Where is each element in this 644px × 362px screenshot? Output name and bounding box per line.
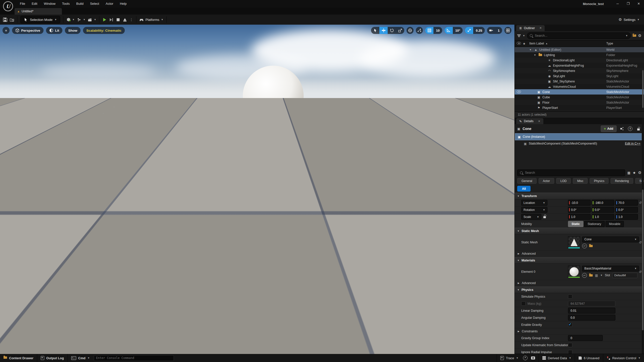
menu-window[interactable]: Window (41, 0, 59, 8)
play-button[interactable] (102, 18, 107, 22)
select-tool[interactable] (371, 27, 379, 34)
filter-chip-general[interactable]: General (517, 178, 537, 184)
mobility-stationary[interactable]: Stationary (584, 221, 605, 227)
materials-advanced-expander[interactable]: ▶Advanced (515, 280, 644, 286)
constraints-expander[interactable]: ▶Constraints (515, 328, 644, 335)
viewport-layout-button[interactable] (504, 27, 511, 34)
unsaved-button[interactable]: 6 Unsaved (575, 354, 603, 362)
rotation-dropdown[interactable]: Rotation▼ (521, 207, 547, 213)
scale-dropdown[interactable]: Scale▼ (521, 214, 541, 220)
reset-static-mesh-icon[interactable]: ↺ (639, 241, 642, 244)
menu-edit[interactable]: Edit (28, 0, 41, 8)
section-physics[interactable]: ▼Physics (515, 286, 644, 293)
blueprints-dropdown[interactable]: ▼ (77, 18, 85, 22)
menu-actor[interactable]: Actor (102, 0, 116, 8)
console-command-input[interactable] (94, 355, 174, 361)
filter-chip-actor[interactable]: Actor (539, 178, 554, 184)
cmd-dropdown[interactable]: >_ Cmd ▼ (68, 354, 93, 362)
cinematics-dropdown[interactable]: ▼ (88, 18, 96, 22)
rotation-z-field[interactable]: 0.0° (615, 207, 638, 213)
close-icon[interactable]: ✕ (538, 120, 540, 123)
platforms-dropdown[interactable]: Platforms ▼ (139, 18, 163, 22)
component-row-staticmesh[interactable]: ▣ StaticMeshComponent (StaticMeshCompone… (515, 140, 644, 147)
location-y-field[interactable]: -160.0 (592, 200, 614, 206)
details-scrollbar[interactable] (642, 190, 643, 330)
texture-streaming-icon[interactable]: ▦ (595, 274, 598, 277)
viewport-options-menu[interactable]: ≡ (3, 27, 10, 34)
scale-z-field[interactable]: 1.0 (615, 214, 638, 220)
details-tab[interactable]: ✎ Details ✕ (516, 118, 543, 124)
outliner-tab[interactable]: ≣ Outliner ✕ (516, 25, 545, 31)
component-row-instance-selected[interactable]: ▣ Cone (Instance) (515, 133, 644, 140)
outliner-row-folder[interactable]: ▼ LightingFolder (515, 52, 644, 58)
play-options-icon[interactable]: ⋮ (130, 18, 133, 22)
outliner-row-actor[interactable]: ☁ ExponentialHeightFogExponentialHeightF… (515, 63, 644, 68)
rotation-snap-toggle[interactable] (445, 27, 453, 34)
outliner-row-actor[interactable]: ▣ CubeStaticMeshActor (515, 95, 644, 100)
revision-control-dropdown[interactable]: Revision Control ▼ (603, 354, 644, 362)
selection-mode-dropdown[interactable]: Selection Mode ▼ (20, 16, 60, 23)
static-mesh-advanced-expander[interactable]: ▶Advanced (515, 251, 644, 257)
menu-help[interactable]: Help (116, 0, 130, 8)
grid-snap-value[interactable]: 10 (433, 27, 442, 34)
outliner-row-actor[interactable]: ◠ SkyAtmosphereSkyAtmosphere (515, 68, 644, 73)
stop-button[interactable] (116, 18, 120, 22)
eject-button[interactable] (123, 18, 127, 22)
mobility-static-active[interactable]: Static (568, 221, 583, 227)
outliner-row-actor[interactable]: ▣ FloorStaticMeshActor (515, 100, 644, 105)
close-button[interactable]: ✕ (633, 0, 644, 8)
update-kinematic-checkbox[interactable] (568, 343, 572, 347)
rotate-tool[interactable] (388, 27, 396, 34)
menu-tools[interactable]: Tools (59, 0, 73, 8)
favorites-star-icon[interactable]: ★ (633, 171, 636, 175)
camera-speed-icon[interactable] (487, 27, 495, 34)
scale-y-field[interactable]: 1.0 (592, 214, 614, 220)
section-materials[interactable]: ▼Materials (515, 257, 644, 264)
filter-chip-misc[interactable]: Misc (573, 178, 588, 184)
scalability-warning[interactable]: Scalability: Cinematic (83, 27, 125, 34)
sphere-actor[interactable] (243, 66, 304, 126)
static-mesh-asset-dropdown[interactable]: Cone▼ (582, 237, 639, 242)
save-icon[interactable] (3, 18, 7, 22)
chevron-down-icon[interactable]: ▼ (600, 274, 602, 277)
browse-to-asset-icon[interactable] (589, 245, 593, 247)
enable-gravity-checkbox[interactable] (568, 323, 572, 327)
visibility-eye-icon[interactable] (517, 90, 521, 93)
use-selected-asset-icon[interactable]: ↩ (582, 244, 587, 248)
reset-location-icon[interactable]: ↺ (639, 201, 642, 205)
view-mode-dropdown[interactable]: Lit (46, 27, 63, 34)
show-dropdown[interactable]: Show (65, 27, 80, 34)
outliner-row-world[interactable]: ▼▲ Untitled (Editor)World (515, 47, 644, 52)
cube-actor[interactable] (303, 206, 365, 275)
use-selected-asset-icon[interactable]: ↩ (582, 273, 587, 278)
content-drawer-button[interactable]: Content Drawer (0, 354, 37, 362)
slot-name-field[interactable]: DefaultM (612, 273, 637, 278)
menu-build[interactable]: Build (73, 0, 87, 8)
maximize-button[interactable]: ❐ (623, 0, 633, 8)
details-search-input[interactable] (525, 171, 622, 175)
filter-chip-lod[interactable]: LOD (556, 178, 571, 184)
rotation-y-field[interactable]: 0.0° (592, 207, 614, 213)
minimize-button[interactable]: ─ (612, 0, 623, 8)
simulate-physics-checkbox[interactable] (568, 294, 572, 299)
perspective-dropdown[interactable]: Perspective (12, 27, 44, 34)
close-icon[interactable]: ✕ (539, 26, 542, 30)
browse-to-asset-icon[interactable] (589, 274, 593, 277)
filter-chip-rendering[interactable]: Rendering (611, 178, 633, 184)
settings-dropdown[interactable]: ⚙ Settings ▼ (619, 17, 644, 22)
section-static-mesh[interactable]: ▼Static Mesh (515, 228, 644, 234)
camera-speed-value[interactable]: 1 (495, 27, 502, 34)
gravity-group-field[interactable]: 0 (568, 335, 603, 341)
search-history-chevron-icon[interactable]: ▼ (626, 34, 628, 37)
component-view-icon[interactable] (619, 126, 625, 131)
angular-damping-field[interactable]: 0.0 (568, 315, 615, 321)
static-mesh-thumbnail[interactable] (568, 236, 580, 248)
reset-material-icon[interactable]: ↺ (639, 270, 642, 274)
type-column[interactable]: Type (606, 42, 613, 45)
scale-lock-icon[interactable] (543, 216, 546, 218)
filter-chip-all-active[interactable]: All (517, 186, 531, 192)
help-icon[interactable]: ? (627, 126, 633, 131)
filter-chevron-icon[interactable]: ▼ (523, 34, 525, 37)
details-settings-icon[interactable]: ⚙ (638, 170, 641, 175)
filter-chip-physics[interactable]: Physics (590, 178, 609, 184)
